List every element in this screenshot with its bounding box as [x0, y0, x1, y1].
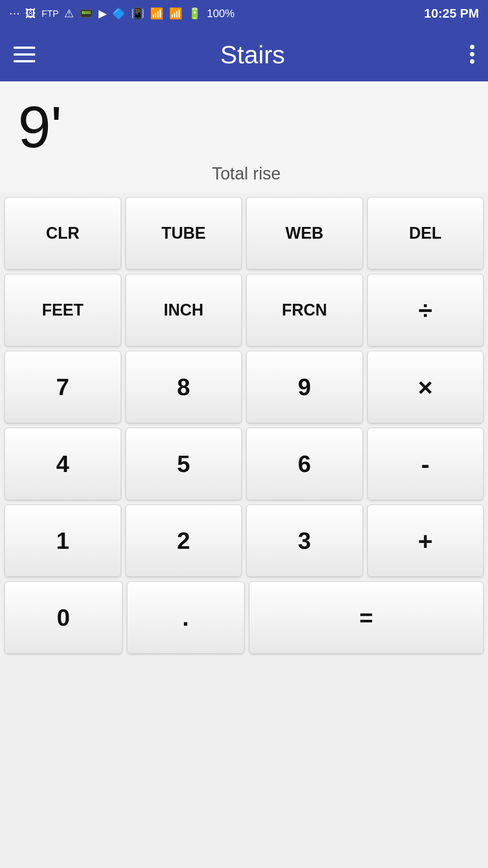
keypad-row-4: 4 5 6 -: [5, 428, 483, 500]
keypad-row-2: FEET INCH FRCN ÷: [5, 274, 483, 346]
key-0[interactable]: 0: [5, 581, 122, 654]
key-5[interactable]: 5: [126, 428, 242, 500]
app-title: Stairs: [220, 40, 285, 69]
vibrate-icon: 📳: [131, 7, 145, 20]
key-3[interactable]: 3: [246, 505, 363, 577]
display-value: 9': [18, 95, 474, 160]
keypad-row-1: CLR TUBE WEB DEL: [5, 197, 483, 269]
signal-icon: 📶: [169, 7, 183, 20]
battery-percent: 100%: [207, 7, 235, 20]
status-bar: ⋯ 🖼 FTP ⚠ 📟 ▶ 🔷 📳 📶 📶 🔋 100% 10:25 PM: [0, 0, 488, 27]
status-time: 10:25 PM: [424, 6, 479, 21]
warning-icon: ⚠: [64, 7, 74, 20]
decimal-button[interactable]: .: [127, 581, 245, 654]
del-button[interactable]: DEL: [367, 197, 484, 269]
status-icons-right: 10:25 PM: [424, 6, 479, 21]
feet-button[interactable]: FEET: [5, 274, 121, 346]
display-area: 9' Total rise: [0, 81, 488, 193]
inch-button[interactable]: INCH: [126, 274, 242, 346]
hamburger-menu-icon[interactable]: [14, 47, 35, 62]
key-9[interactable]: 9: [246, 351, 363, 423]
battery-icon: 🔋: [188, 7, 202, 20]
ftp-icon: FTP: [42, 9, 59, 19]
divide-button[interactable]: ÷: [367, 274, 484, 346]
notification-icon: ⋯: [9, 7, 20, 20]
key-1[interactable]: 1: [5, 505, 121, 577]
keypad-row-6: 0 . =: [5, 581, 483, 654]
add-button[interactable]: +: [367, 505, 484, 577]
keypad: CLR TUBE WEB DEL FEET INCH FRCN ÷ 7: [0, 193, 488, 658]
app-bar: Stairs: [0, 27, 488, 81]
key-2[interactable]: 2: [126, 505, 242, 577]
display-label: Total rise: [18, 164, 474, 184]
keypad-row-5: 1 2 3 +: [5, 505, 483, 577]
equals-button[interactable]: =: [249, 581, 483, 654]
status-icons-left: ⋯ 🖼 FTP ⚠ 📟 ▶ 🔷 📳 📶 📶 🔋 100%: [9, 7, 235, 20]
key-8[interactable]: 8: [126, 351, 242, 423]
more-options-icon[interactable]: [470, 45, 474, 64]
key-6[interactable]: 6: [246, 428, 363, 500]
keypad-row-3: 7 8 9 ×: [5, 351, 483, 423]
frcn-button[interactable]: FRCN: [246, 274, 363, 346]
subtract-button[interactable]: -: [367, 428, 484, 500]
web-button[interactable]: WEB: [246, 197, 363, 269]
key-4[interactable]: 4: [5, 428, 121, 500]
play-icon: ▶: [99, 7, 107, 20]
bluetooth-icon: 🔷: [112, 7, 126, 20]
voicemail-icon: 📟: [80, 7, 93, 20]
wifi-icon: 📶: [150, 7, 164, 20]
key-7[interactable]: 7: [5, 351, 121, 423]
clr-button[interactable]: CLR: [5, 197, 121, 269]
tube-button[interactable]: TUBE: [126, 197, 242, 269]
image-icon: 🖼: [25, 7, 36, 20]
multiply-button[interactable]: ×: [367, 351, 484, 423]
